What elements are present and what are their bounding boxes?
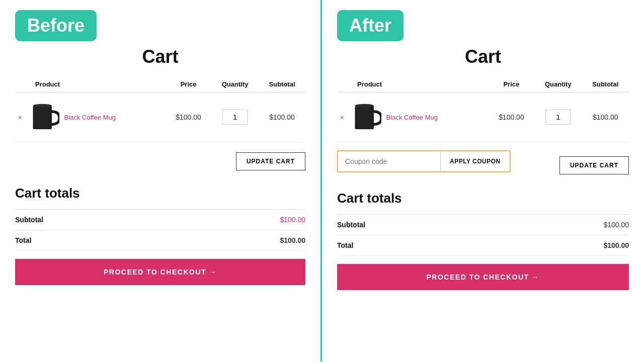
after-cart-title: Cart [337,46,629,67]
after-subtotal-value: $100.00 [603,221,629,229]
after-checkout-button[interactable]: PROCEED TO CHECKOUT → [337,264,629,290]
after-update-cart-button[interactable]: UPDATE CART [559,156,629,174]
after-panel: After Cart Product Price Quantity Subtot… [322,0,644,362]
apply-coupon-button[interactable]: APPLY COUPON [440,151,510,171]
after-total-label: Total [337,241,353,249]
remove-item-icon[interactable]: × [18,114,22,121]
before-subtotal-value: $100.00 [280,216,305,224]
after-product-image [351,100,381,135]
product-cell: × Black Coffee Mug [15,93,166,142]
col-header-price: Price [166,76,211,93]
after-remove-item-icon[interactable]: × [340,114,344,121]
after-product-cell: × Black Coffee Mug [337,93,489,142]
after-cart-table: Product Price Quantity Subtotal × [337,76,629,142]
after-cart-totals-title: Cart totals [337,191,629,206]
after-col-header-product: Product [337,76,489,93]
svg-rect-1 [34,107,51,129]
quantity-input[interactable] [222,110,248,125]
coupon-input[interactable] [338,151,440,171]
after-table-row: × Black Coffee Mug $100.00 $100.00 [337,93,629,142]
after-actions-row: APPLY COUPON UPDATE CART [337,150,629,180]
after-product-link[interactable]: Black Coffee Mug [386,114,438,121]
product-quantity [211,93,259,142]
before-total-row: Total $100.00 [15,230,305,251]
col-header-quantity: Quantity [211,76,259,93]
after-subtotal-row: Subtotal $100.00 [337,215,629,235]
after-subtotal-label: Subtotal [337,221,365,229]
before-cart-totals-title: Cart totals [15,186,305,201]
after-quantity-input[interactable] [545,110,571,125]
before-subtotal-label: Subtotal [15,216,43,224]
after-col-header-price: Price [489,76,534,93]
before-totals-table: Subtotal $100.00 Total $100.00 [15,209,305,251]
update-cart-button[interactable]: UPDATE CART [236,152,305,170]
before-actions-row: UPDATE CART [15,150,305,170]
product-image [29,100,59,135]
after-col-header-quantity: Quantity [534,76,582,93]
after-col-header-subtotal: Subtotal [582,76,629,93]
svg-point-2 [33,104,52,108]
after-total-row: Total $100.00 [337,235,629,256]
after-product-price: $100.00 [489,93,534,142]
col-header-product: Product [15,76,166,93]
before-cart-title: Cart [15,46,305,67]
after-total-value: $100.00 [603,241,629,249]
before-badge: Before [15,10,97,41]
svg-point-5 [355,104,374,108]
after-totals-table: Subtotal $100.00 Total $100.00 [337,214,629,256]
after-product-subtotal: $100.00 [582,93,629,142]
before-checkout-button[interactable]: PROCEED TO CHECKOUT → [15,259,305,285]
before-panel: Before Cart Product Price Quantity Subto… [0,0,322,362]
col-header-subtotal: Subtotal [259,76,305,93]
before-total-label: Total [15,236,31,244]
before-total-value: $100.00 [280,236,305,244]
table-row: × Black Coffee Mug $100.00 [15,93,305,142]
product-subtotal: $100.00 [259,93,305,142]
svg-rect-4 [356,107,373,129]
product-link[interactable]: Black Coffee Mug [64,114,116,121]
coupon-section: APPLY COUPON [337,150,511,172]
after-product-quantity [534,93,582,142]
after-badge: After [337,10,404,41]
before-cart-table: Product Price Quantity Subtotal × [15,76,305,142]
product-price: $100.00 [166,93,211,142]
before-subtotal-row: Subtotal $100.00 [15,210,305,230]
